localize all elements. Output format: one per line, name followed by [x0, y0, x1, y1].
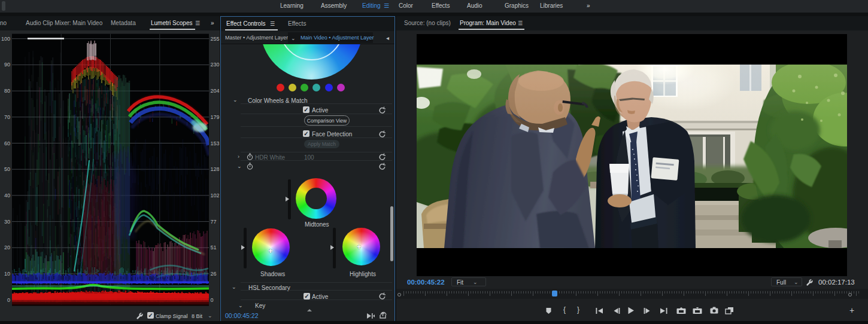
svg-text:100: 100: [1, 36, 10, 42]
svg-text:255: 255: [211, 36, 220, 42]
svg-text:230: 230: [211, 62, 220, 68]
svg-text:10: 10: [4, 271, 10, 277]
svg-text:204: 204: [211, 88, 220, 94]
svg-text:60: 60: [4, 140, 10, 146]
svg-text:128: 128: [211, 166, 220, 172]
svg-text:30: 30: [4, 219, 10, 225]
svg-text:153: 153: [211, 140, 220, 146]
svg-text:77: 77: [211, 219, 217, 225]
svg-text:90: 90: [4, 62, 10, 68]
svg-text:70: 70: [4, 114, 10, 120]
svg-text:0: 0: [211, 297, 214, 303]
svg-text:0: 0: [7, 297, 10, 303]
svg-text:40: 40: [4, 192, 10, 198]
svg-text:179: 179: [211, 114, 220, 120]
svg-text:20: 20: [4, 244, 10, 250]
svg-text:80: 80: [4, 88, 10, 94]
svg-text:51: 51: [211, 244, 217, 250]
svg-text:26: 26: [211, 271, 217, 277]
svg-text:50: 50: [4, 166, 10, 172]
svg-text:102: 102: [211, 192, 220, 198]
